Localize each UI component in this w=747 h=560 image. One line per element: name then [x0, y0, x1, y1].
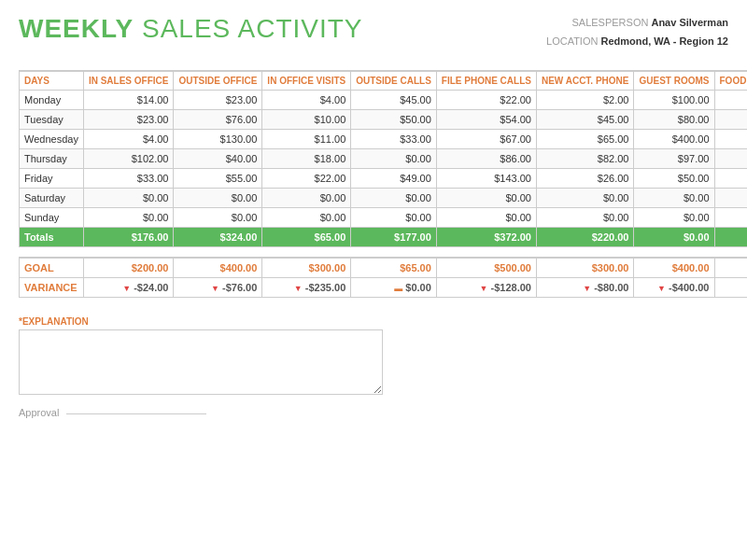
goal-cell: $300.00 — [536, 258, 634, 278]
value-cell: $50.00 — [351, 109, 437, 129]
day-cell: Sunday — [20, 207, 84, 227]
value-cell: $0.00 — [262, 188, 351, 207]
col-file-phone-calls: FILE PHONE CALLS — [436, 71, 536, 91]
title-light: SALES ACTIVITY — [134, 14, 362, 43]
salesperson-label: SALESPERSON — [571, 17, 648, 28]
salesperson-value: Anav Silverman — [651, 17, 728, 28]
variance-row: VARIANCE▼ -$24.00▼ -$76.00▼ -$235.00▬ $0… — [20, 278, 748, 298]
goal-cell: $600.00 — [714, 258, 747, 278]
value-cell: $143.00 — [436, 168, 536, 188]
value-cell: $0.00 — [714, 168, 747, 188]
variance-cell: ▼ -$80.00 — [536, 278, 634, 298]
variance-arrow-icon: ▼ — [122, 284, 131, 293]
value-cell: $0.00 — [634, 207, 714, 227]
day-cell: Friday — [20, 168, 84, 188]
value-cell: $0.00 — [714, 188, 747, 207]
value-cell: $100.00 — [634, 90, 714, 109]
value-cell: $400.00 — [634, 129, 714, 148]
value-cell: $82.00 — [536, 148, 634, 168]
value-cell: $0.00 — [714, 207, 747, 227]
value-cell: $67.00 — [436, 129, 536, 148]
value-cell: $49.00 — [351, 168, 437, 188]
goal-cell: $65.00 — [351, 258, 437, 278]
value-cell: $26.00 — [536, 168, 634, 188]
spacer-row — [20, 246, 748, 258]
value-cell: $0.00 — [83, 207, 174, 227]
table-row: Tuesday$23.00$76.00$10.00$50.00$54.00$45… — [20, 109, 748, 129]
sales-table: DAYS IN SALES OFFICE OUTSIDE OFFICE IN O… — [19, 70, 747, 299]
variance-cell: ▼ -$24.00 — [83, 278, 174, 298]
col-outside-calls: OUTSIDE CALLS — [351, 71, 437, 91]
value-cell: $0.00 — [351, 148, 437, 168]
table-row: Monday$14.00$23.00$4.00$45.00$22.00$2.00… — [20, 90, 748, 109]
value-cell: $0.00 — [714, 148, 747, 168]
explanation-input[interactable] — [19, 329, 383, 395]
totals-cell: $220.00 — [536, 227, 634, 246]
goal-cell: $400.00 — [174, 258, 262, 278]
variance-value: -$76.00 — [222, 282, 257, 293]
value-cell: $50.00 — [634, 168, 714, 188]
table-row: Wednesday$4.00$130.00$11.00$33.00$67.00$… — [20, 129, 748, 148]
value-cell: $40.00 — [174, 148, 262, 168]
variance-arrow-icon: ▬ — [394, 284, 402, 293]
approval-section: Approval — [19, 407, 728, 418]
goal-cell: $500.00 — [436, 258, 536, 278]
table-row: Saturday$0.00$0.00$0.00$0.00$0.00$0.00$0… — [20, 188, 748, 207]
variance-cell: ▼ -$128.00 — [436, 278, 536, 298]
day-cell: Tuesday — [20, 109, 84, 129]
table-row: Friday$33.00$55.00$22.00$49.00$143.00$26… — [20, 168, 748, 188]
approval-label: Approval — [19, 407, 59, 418]
totals-cell: $0.00 — [714, 227, 747, 246]
goal-cell: $300.00 — [262, 258, 351, 278]
value-cell: $0.00 — [436, 188, 536, 207]
variance-cell: ▼ -$76.00 — [174, 278, 262, 298]
totals-cell: $65.00 — [262, 227, 351, 246]
value-cell: $0.00 — [174, 188, 262, 207]
value-cell: $23.00 — [83, 109, 174, 129]
value-cell: $4.00 — [262, 90, 351, 109]
goal-cell: $200.00 — [83, 258, 174, 278]
value-cell: $33.00 — [351, 129, 437, 148]
day-cell: Saturday — [20, 188, 84, 207]
value-cell: $45.00 — [351, 90, 437, 109]
table-row: Sunday$0.00$0.00$0.00$0.00$0.00$0.00$0.0… — [20, 207, 748, 227]
day-cell: Wednesday — [20, 129, 84, 148]
value-cell: $0.00 — [536, 188, 634, 207]
value-cell: $0.00 — [436, 207, 536, 227]
value-cell: $0.00 — [714, 90, 747, 109]
value-cell: $76.00 — [174, 109, 262, 129]
goal-cell: $400.00 — [634, 258, 714, 278]
value-cell: $4.00 — [83, 129, 174, 148]
salesperson-line: SALESPERSON Anav Silverman — [546, 14, 728, 33]
variance-value: -$400.00 — [669, 282, 709, 293]
variance-value: -$80.00 — [594, 282, 628, 293]
value-cell: $102.00 — [83, 148, 174, 168]
col-in-sales-office: IN SALES OFFICE — [83, 71, 174, 91]
totals-cell: $324.00 — [174, 227, 262, 246]
value-cell: $86.00 — [436, 148, 536, 168]
explanation-label: *EXPLANATION — [19, 316, 728, 327]
day-cell: Thursday — [20, 148, 84, 168]
day-cell: Monday — [20, 90, 84, 109]
variance-arrow-icon: ▼ — [480, 284, 488, 293]
variance-arrow-icon: ▼ — [211, 284, 219, 293]
col-guest-rooms: GUEST ROOMS — [634, 71, 714, 91]
location-label: LOCATION — [546, 35, 598, 47]
value-cell: $55.00 — [174, 168, 262, 188]
value-cell: $130.00 — [174, 129, 262, 148]
totals-cell: $176.00 — [83, 227, 174, 246]
variance-arrow-icon: ▼ — [657, 284, 666, 293]
variance-arrow-icon: ▼ — [294, 284, 303, 293]
col-days: DAYS — [20, 71, 84, 91]
value-cell: $33.00 — [83, 168, 174, 188]
totals-cell: $0.00 — [634, 227, 714, 246]
value-cell: $22.00 — [262, 168, 351, 188]
variance-cell: ▬ $0.00 — [351, 278, 437, 298]
variance-cell: ▼ -$235.00 — [262, 278, 351, 298]
value-cell: $0.00 — [174, 207, 262, 227]
value-cell: $54.00 — [436, 109, 536, 129]
variance-value: $0.00 — [405, 282, 431, 293]
approval-line — [66, 413, 206, 414]
page-title: WEEKLY SALES ACTIVITY — [19, 14, 363, 44]
value-cell: $0.00 — [714, 109, 747, 129]
